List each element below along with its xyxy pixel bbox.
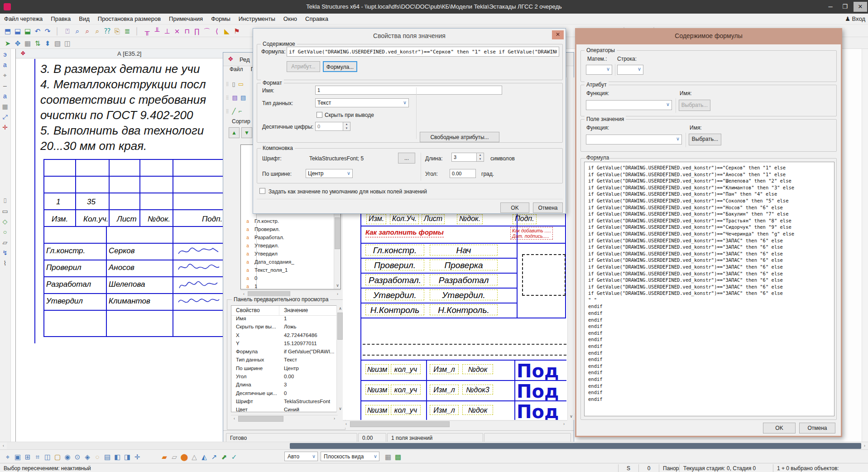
menu-file[interactable]: Файл: [230, 66, 243, 72]
toolbar-icon[interactable]: ▱: [0, 237, 10, 247]
toolbar-icon[interactable]: ⚑: [232, 26, 242, 36]
sort-down-button[interactable]: ▼: [241, 127, 252, 138]
canvas-header-cell[interactable]: Кол.Уч.: [390, 214, 419, 224]
default-checkbox[interactable]: [259, 188, 265, 194]
snap-icon[interactable]: ⊞: [23, 452, 33, 462]
row-type2-icon[interactable]: ▤: [240, 94, 246, 101]
menu-item[interactable]: Правка: [47, 14, 75, 24]
snap-icon[interactable]: ▢: [53, 452, 62, 462]
snap-icon[interactable]: ⌖: [3, 452, 13, 462]
snap-icon[interactable]: ◫: [43, 452, 53, 462]
canvas-field[interactable]: Разработал.: [365, 275, 424, 285]
scroll-right-icon[interactable]: ›: [561, 421, 567, 428]
preview-row[interactable]: X42.724476486: [231, 332, 337, 341]
toolbar-icon[interactable]: ⬓: [13, 26, 23, 36]
view-plane-select[interactable]: Плоскость вида∨: [321, 452, 379, 461]
field-list-item[interactable]: аДата_создания_: [241, 259, 333, 267]
toolbar-icon[interactable]: ➤: [3, 38, 13, 48]
toolbar-icon[interactable]: a: [0, 91, 10, 101]
canvas-field[interactable]: кол_уч: [391, 364, 421, 374]
attribute-button[interactable]: Атрибут...: [287, 61, 320, 72]
canvas-field[interactable]: кол_уч: [391, 385, 421, 395]
canvas-header-cell[interactable]: Лист: [422, 214, 445, 224]
canvas-value-field-pod[interactable]: Под: [517, 401, 559, 420]
toolbar-icon[interactable]: ↶: [33, 26, 43, 36]
toolbar-icon[interactable]: ⌕: [72, 26, 82, 36]
length-input[interactable]: [451, 153, 477, 162]
toolbar-icon[interactable]: │: [53, 26, 62, 36]
toolbar-icon[interactable]: ↷: [43, 26, 53, 36]
toolbar-icon[interactable]: ⌷: [0, 196, 10, 206]
snap-icon[interactable]: ⊙: [72, 452, 82, 462]
toolbar-icon[interactable]: ◫: [62, 38, 72, 48]
toolbar-icon[interactable]: ⟨: [212, 26, 222, 36]
mode-icon[interactable]: ▰: [159, 452, 169, 462]
login-area[interactable]: ♟ Вход: [845, 15, 865, 22]
preview-row[interactable]: ШрифтTeklaStructuresFont: [231, 399, 337, 407]
mode-icon[interactable]: △: [189, 452, 199, 462]
canvas-field[interactable]: Утвердил.: [365, 289, 424, 300]
canvas-field[interactable]: Нач: [430, 245, 498, 255]
mode-icon[interactable]: ▱: [169, 452, 179, 462]
canvas-value-field-pod[interactable]: Под: [517, 361, 559, 381]
toolbar-icon[interactable]: │: [132, 26, 142, 36]
open-template-icon[interactable]: ▭: [238, 81, 244, 87]
menu-item[interactable]: Справка: [301, 14, 332, 24]
toolbar-icon[interactable]: ▧: [53, 38, 62, 48]
mode-icon[interactable]: ↗: [209, 452, 219, 462]
canvas-header-cell[interactable]: Изм.: [366, 214, 386, 224]
scroll-right-icon[interactable]: ›: [334, 291, 341, 298]
canvas-field[interactable]: №изм: [365, 385, 389, 395]
toolbar-icon[interactable]: ◣: [222, 26, 232, 36]
toolbar-icon[interactable]: ∏: [192, 26, 202, 36]
canvas-field[interactable]: №изм: [365, 364, 389, 374]
canvas-field[interactable]: Изм_л: [430, 385, 459, 395]
scroll-down-icon[interactable]: ∨: [334, 282, 341, 289]
toolbar-icon[interactable]: ⬒: [3, 26, 13, 36]
preview-row[interactable]: Имя1: [231, 316, 337, 324]
canvas-header-cell[interactable]: №док.: [457, 214, 483, 224]
preview-hscrollbar[interactable]: ‹ ›: [231, 415, 338, 422]
toolbar-icon[interactable]: –: [0, 81, 10, 91]
field-list-item[interactable]: аУтвердил: [241, 251, 333, 259]
toolbar-icon[interactable]: ⍞: [62, 26, 72, 36]
decimals-spinner[interactable]: ▲▼: [343, 122, 350, 131]
width-select[interactable]: Центр∨: [306, 169, 353, 178]
ok-button[interactable]: OK: [500, 202, 529, 213]
value-field-select-button[interactable]: Выбрать...: [689, 134, 721, 145]
field-list-item[interactable]: аПроверил.: [241, 226, 333, 235]
canvas-field[interactable]: Разработал: [430, 275, 498, 285]
free-attributes-button[interactable]: Свободные атрибуты...: [420, 132, 499, 142]
toolbar-icon[interactable]: ⌒: [202, 26, 212, 36]
toolbar-icon[interactable]: ⁇: [102, 26, 112, 36]
toolbar-icon[interactable]: ⊥: [162, 26, 172, 36]
draw-poly-icon[interactable]: ⌐: [238, 108, 242, 115]
attribute-select-button[interactable]: Выбрать...: [679, 100, 710, 111]
toolbar-icon[interactable]: э: [0, 49, 10, 59]
snap-icon[interactable]: ◉: [62, 452, 72, 462]
menu-item[interactable]: Инструменты: [235, 14, 279, 24]
scroll-right-icon[interactable]: ›: [861, 443, 868, 449]
cancel-button[interactable]: Отмена: [799, 423, 835, 433]
scroll-down-icon[interactable]: ∨: [568, 413, 575, 420]
value-field-function-select[interactable]: ∨: [586, 135, 682, 144]
toolbar-icon[interactable]: ▭: [0, 206, 10, 216]
preview-row[interactable]: По ширинеЦентр: [231, 366, 337, 374]
canvas-field[interactable]: №изм: [365, 405, 389, 415]
main-horizontal-scrollbar[interactable]: ‹ ›: [0, 442, 868, 449]
preview-row[interactable]: ЦветСиний: [231, 407, 337, 412]
angle-input[interactable]: [450, 169, 476, 178]
math-operator-select[interactable]: ∨: [586, 65, 612, 75]
name-input[interactable]: [315, 86, 502, 95]
preview-row[interactable]: Десятичные ци...0: [231, 390, 337, 399]
canvas-field[interactable]: Гл.констр.: [365, 245, 424, 255]
toolbar-icon[interactable]: ○: [0, 227, 10, 237]
snap-icon[interactable]: ▤: [102, 452, 112, 462]
scroll-left-icon[interactable]: ‹: [343, 421, 350, 428]
toolbar-icon[interactable]: ◇: [0, 217, 10, 226]
formula-text-area[interactable]: if GetValue("DRAWING.USERDEFINED.ved_kon…: [584, 162, 834, 416]
field-list-item[interactable]: аГл.констр.: [241, 218, 333, 226]
canvas-field[interactable]: Н.Контроль: [365, 304, 424, 315]
row-type-icon[interactable]: ▤: [232, 94, 238, 101]
toolbar-icon[interactable]: ↯: [0, 248, 10, 258]
